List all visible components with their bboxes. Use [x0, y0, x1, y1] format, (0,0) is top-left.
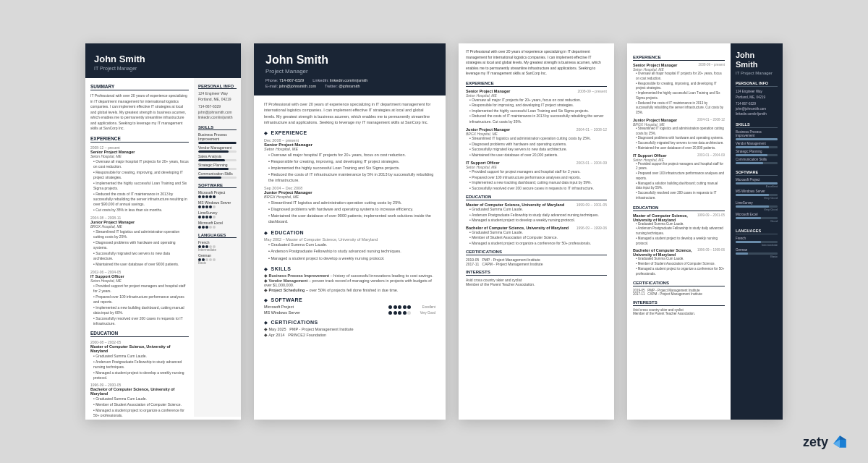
card1-job2-date: 2004-08 – 2008-11: [90, 216, 121, 220]
card3-edu-section: Education 1999-09 – 2001-05 Master of Co…: [466, 195, 607, 246]
card4-exp-title: Experience: [633, 55, 725, 61]
card2-cert1: ◆ May 2025 PMP - Project Management Inst…: [264, 327, 435, 331]
card1-skill4-bar: [198, 168, 237, 170]
card1-job3-b1: Provided support for project managers an…: [90, 284, 189, 294]
card4-edu-title: Education: [633, 205, 725, 211]
card4-address: 124 Engineer WayPortland, ME, 04219: [736, 89, 778, 99]
card1-skill3-bar: [198, 159, 237, 161]
card4-skill3-bar: [736, 154, 778, 156]
card1-email: john@johnsmith.com: [198, 110, 237, 116]
card3-edu2: 1996-09 – 1999-06 Bachelor of Computer S…: [466, 226, 607, 247]
card1-personal-title: Personal Info: [198, 84, 237, 89]
card4-name: John Smith: [736, 51, 778, 69]
card3-exp-title: Experience: [466, 81, 607, 87]
zety-brand-text: zety: [803, 435, 828, 450]
zety-icon: [832, 434, 848, 450]
card1-languages-sidebar-title: Languages: [198, 233, 237, 238]
resume-card-2: John Smith Project Manager Phone: 714-86…: [254, 43, 446, 420]
card4-languages-title: Languages: [736, 229, 778, 234]
card2-job1: Dec 2008 – present Senior Project Manage…: [264, 138, 435, 183]
card2-name: John Smith: [265, 54, 434, 67]
card1-linkedin: linkedin.com/in/jsmith: [198, 115, 237, 121]
card4-job2: 2004-01 – 2008-12 Junior Project Manager…: [633, 118, 725, 151]
card4-personal-title: Personal Info: [736, 81, 778, 87]
card1-job-3: 2002-06 – 2004-05 IT Support Officer Set…: [90, 270, 189, 326]
card1-skill1-bar: [198, 142, 237, 144]
card2-summary: IT Professional with over 20 years of ex…: [264, 101, 435, 125]
card4-main: Experience 2008-09 – present Senior Proj…: [627, 43, 731, 420]
card4-skills-section: Skills Business Process Improvement Vend…: [736, 122, 778, 164]
card2-software-title: SOFTWARE: [264, 297, 435, 302]
card1-address: 124 Engineer WayPortland, ME, 04219: [198, 91, 237, 102]
card2-contact-row: Phone: 714-867-6329 LinkedIn: linkedin.c…: [265, 78, 434, 82]
card1-skill2-bar: [198, 150, 237, 153]
card2-body: IT Professional with over 20 years of ex…: [254, 95, 446, 344]
card4-skill4-bar: [736, 162, 778, 164]
card2-header: John Smith Project Manager Phone: 714-86…: [254, 43, 446, 95]
card1-job1-date: 2008-12 – present: [90, 145, 120, 150]
card2-skill1: ◆ Business Process Improvement – history…: [264, 273, 435, 278]
card4-sidebar: John Smith IT Project Manager Personal I…: [731, 43, 783, 420]
card4-exp-section: Experience 2008-09 – present Senior Proj…: [633, 55, 725, 201]
card1-software-sidebar-title: Software: [198, 183, 237, 188]
card4-job1: 2008-09 – present Senior Project Manager…: [633, 63, 725, 116]
card4-cert2: 2017-11 CAPM - Project Management Instit…: [633, 292, 725, 296]
card1-skill5-bar: [198, 177, 237, 179]
card1-sidebar: Personal Info 124 Engineer WayPortland, …: [194, 78, 241, 417]
card1-sw4-dots: [198, 226, 237, 229]
card1-summary-title: Summary: [90, 84, 189, 90]
card1-job2-b4: Maintained the user database of over 900…: [90, 262, 189, 267]
card1-job1-b4: Reduced the costs of IT maintenance in 2…: [90, 192, 189, 207]
card3-certs-section: Certifications 2019-05 PMP - Project Man…: [466, 250, 607, 266]
card1-job3-company: Seton Hospital, ME: [90, 279, 189, 283]
zety-logo: zety: [803, 434, 848, 450]
card1-sw2-dots: [198, 205, 237, 208]
card2-sw2: MS Windows Server Very Good: [264, 310, 435, 315]
card4-software-section: Software Microsoft Project Excellent MS …: [736, 170, 778, 223]
card1-header: John Smith IT Project Manager: [85, 43, 241, 78]
card4-certs-section: Certifications 2019-05 PMP - Project Man…: [633, 281, 725, 296]
card1-edu-1: 2000-08 – 2002-05 Master of Computer Sci…: [90, 340, 189, 381]
card1-edu1-date: 2000-08 – 2002-05: [90, 340, 121, 344]
card1-phone: 714-867-6329: [198, 104, 237, 110]
resume-card-4: Experience 2008-09 – present Senior Proj…: [627, 43, 783, 420]
card3-interests-title: Interests: [466, 270, 607, 276]
card4-skills-title: Skills: [736, 122, 778, 128]
card2-certs-title: CERTIFICATIONS: [264, 320, 435, 325]
card2-cert2: ◆ Apr 2014 PRINCE2 Foundation: [264, 333, 435, 337]
card2-linkedin: LinkedIn: linkedin.com/in/jsmith: [312, 78, 367, 82]
card1-edu-2: 1996-09 – 2000-05 Bachelor of Computer S…: [90, 383, 189, 417]
card1-job3-b3: Implemented a new building dashboard, cu…: [90, 305, 189, 315]
card3-exp-section: Experience 2008-09 – present Senior Proj…: [466, 81, 607, 192]
card4-interests-section: Interests Avid cross country skier and c…: [633, 300, 725, 315]
card1-job1-b1: Oversaw all major hospital IT projects f…: [90, 159, 189, 169]
card3-edu1: 1999-09 – 2001-05 Master of Computer Sci…: [466, 203, 607, 224]
resume-card-1: John Smith IT Project Manager Summary IT…: [85, 43, 241, 420]
card2-edu1: May 2002 – Master of Computer Science, U…: [264, 237, 435, 262]
card1-job2-company: BRGX Hospital, ME: [90, 224, 189, 229]
card1-job1-company: Seton Hospital, ME: [90, 154, 189, 158]
card1-body: Summary IT Professional with over 20 yea…: [85, 78, 241, 417]
card1-edu2-date: 1996-09 – 2000-05: [90, 383, 121, 387]
card3-summary: IT Professional with over 20 years of ex…: [466, 49, 607, 77]
card4-edu2: 1996-09 – 1999-06 Bachelor of Computer S…: [633, 248, 725, 276]
card1-edu1-degree: Master of Computer Science, University o…: [90, 344, 189, 353]
card3-job3: 2003-01 – 2004-09 IT Support Officer Set…: [466, 161, 607, 191]
card2-title: Project Manager: [265, 68, 434, 75]
card2-sw1: Microsoft Project Excellent: [264, 305, 435, 309]
card4-languages-section: Languages French Intermediate German Bas…: [736, 229, 778, 258]
card1-job2-b2: Diagnosed problems with hardware and ope…: [90, 240, 189, 250]
card1-education-title: Education: [90, 331, 189, 337]
card3-job2: 2004-01 – 2008-12 Junior Project Manager…: [466, 127, 607, 158]
card2-skill3: ◆ Project Scheduling – over 50% of proje…: [264, 288, 435, 292]
resume-card-3: IT Professional with over 20 years of ex…: [459, 43, 614, 420]
card2-edu-title: EDUCATION: [264, 230, 435, 235]
card3-certs-title: Certifications: [466, 250, 607, 255]
card4-skill1-bar: [736, 138, 778, 140]
card1-job2-b1: Streamlined IT logistics and administrat…: [90, 229, 189, 239]
card4-edu-section: Education 1999-09 – 2001-05 Master of Co…: [633, 205, 725, 277]
card3-interests-section: Interests Avid cross country skier and c…: [466, 270, 607, 286]
card1-summary: IT Professional with over 20 years of ex…: [90, 93, 189, 132]
card4-job3: 2003-01 – 2004-09 IT Support Officer Set…: [633, 153, 725, 201]
card3-interest2: Member of the Parent Teacher Association…: [466, 282, 607, 286]
